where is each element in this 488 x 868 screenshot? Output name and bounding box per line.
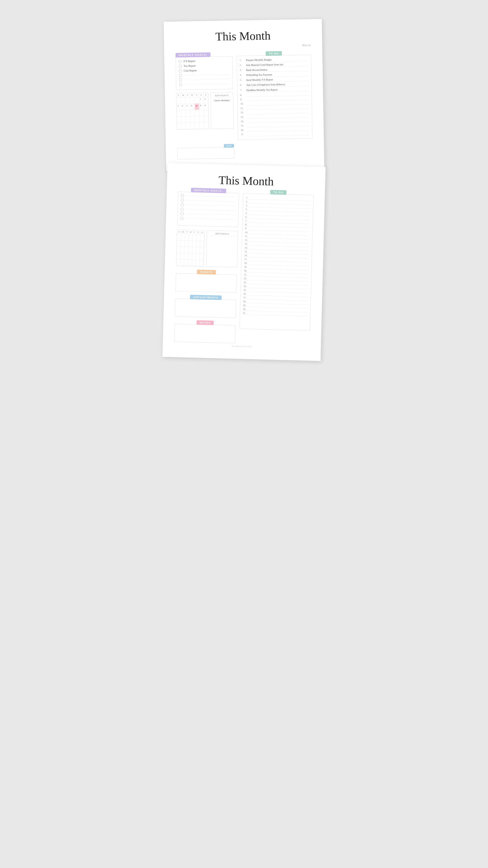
cal-cell xyxy=(176,253,181,259)
page2-layout: MONTHLY GOALS: xyxy=(174,187,314,345)
goal-p2-1 xyxy=(181,194,236,198)
day-f: F xyxy=(199,93,203,97)
goal-circle-p2-1 xyxy=(181,194,184,197)
goal-circle-p2-2 xyxy=(181,198,184,202)
goals-section: MONTHLY GOALS: F/S Report Tax Report Cos… xyxy=(175,52,234,141)
page1-title: This Month xyxy=(175,28,311,44)
birthday-box: BIRTHDAYS Christ's Birthday! xyxy=(210,92,234,129)
cal-cell xyxy=(177,234,181,240)
cal-cell xyxy=(184,259,188,266)
cal-cell xyxy=(200,235,204,241)
todo-num-16: 16. xyxy=(241,128,246,132)
goal-p2-6 xyxy=(180,217,235,221)
cal-cell xyxy=(186,97,190,104)
cal-cell xyxy=(196,247,200,253)
todo-item-8: 8. xyxy=(240,92,309,97)
todo-text-10 xyxy=(247,101,309,105)
cal-cell xyxy=(199,260,203,266)
appointments-badge-p2: APPOINTMENTS xyxy=(190,294,222,300)
todo-text-13 xyxy=(247,114,309,119)
todo-num-14: 14. xyxy=(240,120,246,123)
todo-num-1: 1. xyxy=(239,58,245,62)
birthday-entry: Christ's Birthday! xyxy=(213,99,231,102)
events-box xyxy=(175,273,237,293)
todo-item-3: 3. Bank Reconciliation xyxy=(240,67,308,72)
cal-cell xyxy=(181,240,185,247)
todo-num-2: 2. xyxy=(240,63,245,67)
cal-cell xyxy=(191,116,195,123)
calendar-section: S M T W T F S 1 xyxy=(176,92,234,129)
cal-cell xyxy=(188,253,192,259)
cal-cell xyxy=(199,110,204,116)
todo-text-9 xyxy=(247,96,309,101)
day-s1: S xyxy=(176,93,181,98)
cal-cell: 2 xyxy=(203,97,208,103)
cal-cell xyxy=(186,110,190,116)
goal-circle-5 xyxy=(179,79,182,82)
events-badge: EVENTS xyxy=(197,270,216,274)
day-f-p2: F xyxy=(197,230,201,235)
day-m-p2: M xyxy=(181,230,185,234)
goal-circle-2 xyxy=(179,64,182,68)
goal-p2-4 xyxy=(181,208,236,212)
todo-num-10: 10. xyxy=(240,102,246,105)
goal-item-1: F/S Report xyxy=(178,59,230,63)
cal-cell xyxy=(186,116,191,123)
day-t1: T xyxy=(186,93,190,97)
page-2: This Month MONTHLY GOALS: xyxy=(162,163,326,361)
todo-section: TO DO 1. Prepare Monthly Budget 2. Ask M… xyxy=(236,51,313,140)
cal-cell xyxy=(182,117,186,123)
todo-item-14: 14. xyxy=(240,119,309,123)
todo-text-12 xyxy=(247,110,309,114)
cal-cell xyxy=(180,253,184,259)
todo-text-2: Ask Material Used Report from site xyxy=(246,62,308,67)
todo-text-7: Deadline Monthly Tax Report xyxy=(246,87,308,92)
todo-badge: TO DO xyxy=(265,51,282,56)
todo-num-11: 11. xyxy=(240,106,246,110)
cal-cell xyxy=(176,98,181,104)
todo-item-11: 11. xyxy=(240,105,309,110)
goal-circle-p2-4 xyxy=(181,208,184,211)
todo-item-2: 2. Ask Material Used Report from site xyxy=(240,62,308,67)
goal-p2-2 xyxy=(181,198,236,203)
goals-badge-p2: MONTHLY GOALS: xyxy=(191,188,226,193)
todo-text-6: Ask Cost of Employee from Rebecca xyxy=(246,82,308,87)
day-t1-p2: T xyxy=(185,230,189,234)
todo-item-10: 10. xyxy=(240,101,309,105)
cal-header-p2: S M T W T F S xyxy=(177,230,204,235)
goals-box: F/S Report Tax Report Cost Report xyxy=(175,56,233,90)
goal-circle-6 xyxy=(179,83,182,86)
cal-cell xyxy=(177,240,181,247)
todo-item-6: 6. Ask Cost of Employee from Rebecca xyxy=(240,82,308,87)
day-s2-p2: S xyxy=(200,230,204,235)
todo-text-1: Prepare Monthly Budget xyxy=(246,57,308,62)
cal-cell xyxy=(189,234,193,241)
goal-circle-p2-6 xyxy=(180,217,184,220)
cal-cell xyxy=(188,241,193,247)
todo-text-4: Witholding Tax Payment xyxy=(246,72,308,77)
todo-item-4: 4. Witholding Tax Payment xyxy=(240,72,308,77)
day-s2: S xyxy=(203,93,208,97)
cal-cell xyxy=(190,110,195,116)
cal-cell xyxy=(192,241,196,247)
todo-num-12: 12. xyxy=(240,111,246,114)
page2-title: This Month xyxy=(178,172,314,189)
goal-circle-3 xyxy=(179,69,182,72)
calendar-grid: S M T W T F S 1 xyxy=(176,93,209,129)
cal-cell xyxy=(181,234,185,240)
goal-item-6 xyxy=(179,82,230,86)
notes-section: NOTES xyxy=(174,320,236,343)
cal-cell xyxy=(184,247,188,253)
todo-text-15 xyxy=(247,123,309,127)
todo-text-16 xyxy=(247,127,310,132)
cal-cell xyxy=(199,123,204,129)
cal-cell xyxy=(188,259,192,266)
day-s1-p2: S xyxy=(177,230,181,234)
cal-cell xyxy=(181,247,185,253)
todo-text-14 xyxy=(247,119,309,123)
appointments-box-p2 xyxy=(175,298,236,318)
cal-cell xyxy=(192,253,196,260)
todo-num-9: 9. xyxy=(240,98,245,101)
calendar-grid-p2: S M T W T F S xyxy=(176,229,204,267)
cal-cell xyxy=(188,247,192,253)
